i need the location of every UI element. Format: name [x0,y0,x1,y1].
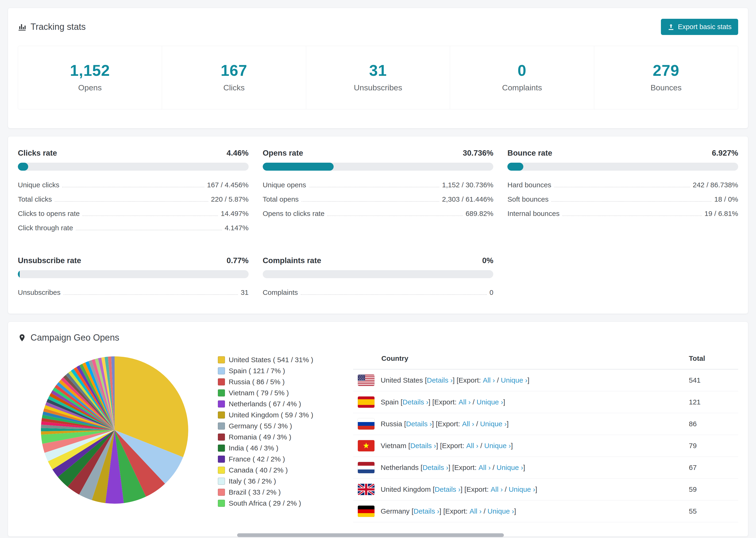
stat-row: Unsubscribes31 [18,285,249,299]
legend-item[interactable]: Germany ( 55 / 3% ) [218,422,313,430]
export-all-link[interactable]: All › [483,376,495,384]
dotted-leader [309,187,439,187]
stat-row-value: 31 [241,289,248,296]
rate-title: Opens rate [263,149,303,157]
geo-opens-pie-chart[interactable] [39,355,190,505]
export-unique-link[interactable]: Unique › [477,398,503,406]
opens-rate-progressbar [263,163,494,171]
country-total: 86 [689,420,733,428]
table-row: Spain [Details ›] [Export: All › / Uniqu… [353,391,738,413]
legend-item[interactable]: South Africa ( 29 / 2% ) [218,499,313,507]
export-unique-link[interactable]: Unique › [487,507,514,515]
stat-row-value: 167 / 4.456% [207,181,249,189]
stat-row-value: 689.82% [465,210,493,217]
export-all-link[interactable]: All › [478,463,491,471]
map-pin-icon [18,334,26,342]
complaints-rate-progressbar [263,270,494,278]
stat-row-label: Clicks to opens rate [18,210,80,217]
details-link[interactable]: Details › [435,485,460,493]
table-row: United States [Details ›] [Export: All ›… [353,369,738,391]
dotted-leader [55,201,208,202]
legend-item[interactable]: Italy ( 36 / 2% ) [218,477,313,485]
rates-grid: Clicks rate4.46% Unique clicks167 / 4.45… [18,149,738,299]
clicks-rate-block: Clicks rate4.46% Unique clicks167 / 4.45… [18,149,249,235]
stat-row: Total opens2,303 / 61.446% [263,192,494,206]
stat-label: Unsubscribes [306,83,450,92]
country-name: Netherlands [381,463,419,471]
details-link[interactable]: Details › [423,463,449,471]
germany-flag-icon [358,506,374,517]
united-kingdom-flag-icon [358,484,374,495]
export-unique-link[interactable]: Unique › [480,420,507,428]
dotted-leader [554,187,690,187]
total-column-header: Total [689,354,733,362]
export-unique-link[interactable]: Unique › [497,463,523,471]
rate-title: Complaints rate [263,256,321,265]
stat-row: Complaints0 [263,285,494,299]
legend-swatch [218,500,225,507]
table-row: United Kingdom [Details ›] [Export: All … [353,479,738,501]
stat-complaints: 0 Complaints [450,46,594,109]
geo-title: Campaign Geo Opens [18,333,119,343]
unsubscribe-rate-progressbar [18,270,249,278]
legend-item[interactable]: Brazil ( 33 / 2% ) [218,488,313,496]
dotted-leader [63,295,238,295]
stat-value: 31 [306,62,450,79]
rates-card: Clicks rate4.46% Unique clicks167 / 4.45… [8,136,748,314]
details-link[interactable]: Details › [413,507,439,515]
country-total: 541 [689,376,733,384]
stat-row: Total clicks220 / 5.87% [18,192,249,206]
legend-item[interactable]: Russia ( 86 / 5% ) [218,378,313,386]
pie-legend: United States ( 541 / 31% ) Spain ( 121 … [218,356,313,510]
legend-swatch [218,478,225,485]
stat-row-label: Unique opens [263,181,306,189]
stat-row-label: Click through rate [18,224,73,232]
legend-item[interactable]: India ( 46 / 3% ) [218,444,313,452]
campaign-geo-opens-card: Campaign Geo Opens United States ( 541 /… [8,322,748,537]
complaints-rate-block: Complaints rate0% Complaints0 [263,256,494,299]
export-unique-link[interactable]: Unique › [509,485,535,493]
stat-value: 279 [594,62,738,79]
bounce-rate-block: Bounce rate6.927% Hard bounces242 / 86.7… [507,149,738,235]
country-name: Vietnam [381,442,406,450]
legend-item[interactable]: Vietnam ( 79 / 5% ) [218,389,313,397]
country-name: Germany [381,507,409,515]
export-unique-link[interactable]: Unique › [484,442,511,450]
export-all-link[interactable]: All › [462,420,474,428]
legend-item[interactable]: United Kingdom ( 59 / 3% ) [218,411,313,419]
export-all-link[interactable]: All › [466,442,478,450]
stat-row-label: Unsubscribes [18,289,61,296]
stat-value: 0 [450,62,594,79]
legend-item[interactable]: United States ( 541 / 31% ) [218,356,313,364]
stat-row: Opens to clicks rate689.82% [263,206,494,221]
export-unique-link[interactable]: Unique › [501,376,527,384]
export-basic-stats-button[interactable]: Export basic stats [661,19,738,35]
stat-row: Soft bounces18 / 0% [507,192,738,206]
legend-item[interactable]: Romania ( 49 / 3% ) [218,433,313,441]
details-link[interactable]: Details › [406,420,432,428]
details-link[interactable]: Details › [410,442,436,450]
page-title: Tracking stats [30,22,86,32]
export-all-link[interactable]: All › [459,398,471,406]
legend-swatch [218,356,225,363]
country-total: 121 [689,398,733,406]
table-row: Russia [Details ›] [Export: All › / Uniq… [353,413,738,435]
country-name: United Kingdom [381,485,431,493]
legend-item[interactable]: Netherlands ( 67 / 4% ) [218,400,313,408]
legend-item[interactable]: France ( 42 / 2% ) [218,455,313,463]
legend-swatch [218,456,225,463]
horizontal-scrollbar-thumb[interactable] [237,533,504,537]
geo-opens-table: Country Total United States [Details ›] … [353,349,738,522]
rate-percent: 0% [482,256,494,265]
export-all-link[interactable]: All › [491,485,503,493]
legend-item[interactable]: Spain ( 121 / 7% ) [218,367,313,375]
details-link[interactable]: Details › [403,398,428,406]
table-row: Vietnam [Details ›] [Export: All › / Uni… [353,435,738,457]
details-link[interactable]: Details › [427,376,453,384]
export-all-link[interactable]: All › [469,507,482,515]
dotted-leader [551,201,711,202]
table-row: Netherlands [Details ›] [Export: All › /… [353,457,738,479]
stat-row-value: 242 / 86.738% [693,181,738,189]
legend-item[interactable]: Canada ( 40 / 2% ) [218,466,313,474]
legend-swatch [218,489,225,496]
